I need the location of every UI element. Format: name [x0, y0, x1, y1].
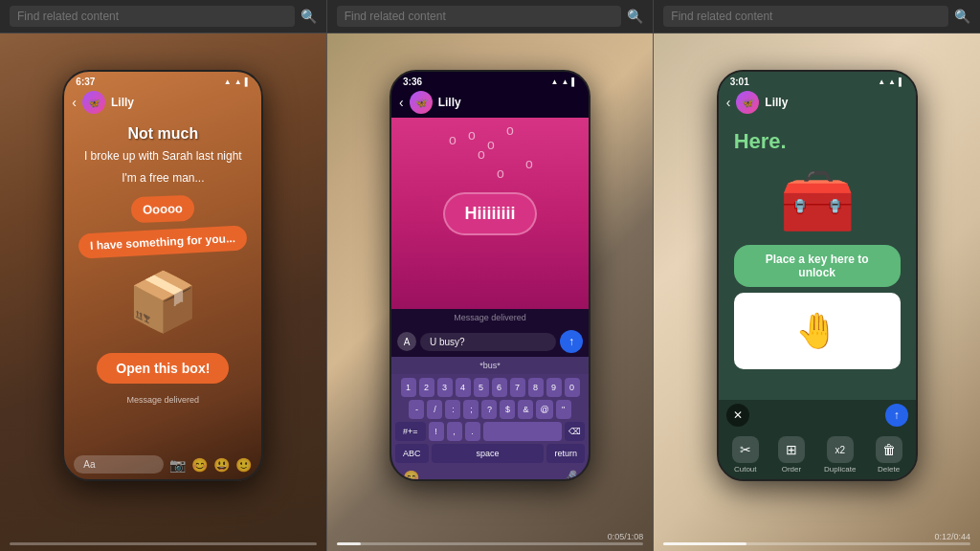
emoji-icon-1[interactable]: 😊 [191, 457, 208, 473]
footer-top-row: ✕ ↑ [719, 400, 916, 430]
avatar-img-2: 🦋 [410, 91, 433, 114]
search-input-2[interactable] [337, 6, 622, 27]
search-button-2[interactable]: 🔍 [627, 9, 643, 24]
key-dollar[interactable]: $ [500, 400, 515, 419]
avatar-img-1: 🦋 [82, 91, 105, 114]
floating-o-3: o [506, 122, 514, 138]
phone-1: 6:37 ▲ ▲ ▌ ‹ 🦋 Lilly Not much I brok [62, 70, 263, 481]
order-icon: ⊞ [778, 436, 805, 463]
send-button-2[interactable]: ↑ [560, 330, 583, 353]
search-button-3[interactable]: 🔍 [954, 9, 970, 24]
panel-1: 6:37 ▲ ▲ ▌ ‹ 🦋 Lilly Not much I brok [0, 33, 327, 551]
key-return[interactable]: return [546, 444, 585, 463]
bubble-ooooo: Ooooo [131, 194, 195, 222]
key-ampersand[interactable]: & [518, 400, 533, 419]
timeline-bar-2[interactable] [337, 542, 644, 545]
hand-card: 🤚 [734, 293, 901, 369]
key-space2[interactable] [483, 422, 562, 441]
delete-icon: 🗑 [876, 436, 902, 463]
key-9[interactable]: 9 [546, 378, 562, 397]
floating-o-6: o [525, 156, 533, 171]
wifi-icon-3: ▲ [888, 77, 896, 86]
back-arrow-1[interactable]: ‹ [72, 95, 77, 110]
key-3[interactable]: 3 [437, 378, 453, 397]
key-8[interactable]: 8 [528, 378, 544, 397]
key-2[interactable]: 2 [419, 378, 434, 397]
action-cutout[interactable]: ✂ Cutout [732, 436, 759, 474]
cutout-icon: ✂ [732, 436, 759, 463]
timeline-bar-3[interactable] [663, 542, 970, 545]
back-arrow-2[interactable]: ‹ [399, 95, 404, 110]
key-1[interactable]: 1 [401, 378, 416, 397]
msg-free-man: I'm a free man... [76, 170, 250, 187]
action-duplicate[interactable]: x2 Duplicate [824, 436, 856, 474]
wifi-icon-2: ▲ [561, 77, 568, 86]
key-quote[interactable]: " [556, 400, 571, 419]
delivered-status-2: Message delivered [391, 309, 589, 326]
delivered-status-1: Message delivered [76, 395, 250, 405]
phone-1-status-bar: 6:37 ▲ ▲ ▌ [64, 72, 261, 89]
phone-3-body: Here. 🧰 Place a key here to unlock 🤚 [719, 118, 916, 383]
chat-input-1[interactable]: Aa [74, 455, 164, 474]
wifi-icon: ▲ [234, 77, 242, 86]
emoji-mic-row: 😊 🎤 [395, 466, 585, 481]
floating-o-2: o [487, 137, 495, 152]
bitmoji-icon-1[interactable]: 🙂 [235, 457, 252, 473]
signal-icon: ▲ [224, 77, 232, 86]
timeline-bar-1[interactable] [10, 542, 317, 545]
key-at[interactable]: @ [536, 400, 552, 419]
close-button[interactable]: ✕ [726, 404, 749, 427]
key-4[interactable]: 4 [456, 378, 471, 397]
key-semicolon[interactable]: ; [463, 400, 479, 419]
phone-3-time: 3:01 [730, 77, 749, 87]
contact-name-2: Lilly [438, 96, 461, 109]
key-0[interactable]: 0 [565, 378, 580, 397]
phone-1-chat-header: ‹ 🦋 Lilly [64, 89, 261, 118]
action-delete[interactable]: 🗑 Delete [876, 436, 902, 474]
search-input-3[interactable] [663, 6, 948, 27]
key-6[interactable]: 6 [492, 378, 507, 397]
battery-icon-3: ▌ [899, 77, 904, 86]
box-emoji: 📦 [76, 268, 250, 336]
key-symbols[interactable]: #+= [395, 422, 426, 441]
timeline-progress-3 [663, 542, 746, 545]
msg-not-much: Not much [76, 125, 250, 143]
search-input-1[interactable] [10, 6, 295, 27]
keyboard-row-3: #+= ! , . ⌫ [395, 422, 585, 441]
key-backspace[interactable]: ⌫ [565, 422, 585, 441]
back-arrow-3[interactable]: ‹ [726, 95, 731, 110]
signal-icon-3: ▲ [878, 77, 885, 86]
format-icon[interactable]: A [397, 332, 416, 351]
phone-2-input-area: A U busy? ↑ [391, 326, 589, 357]
battery-icon-2: ▌ [571, 77, 577, 86]
phone-2-chat-header: ‹ 🦋 Lilly [391, 89, 589, 118]
panel-3: 3:01 ▲ ▲ ▌ ‹ 🦋 Lilly Here. 🧰 Place a k [654, 33, 980, 551]
sticker-icon-1[interactable]: 😃 [213, 457, 230, 473]
send-button-3[interactable]: ↑ [885, 404, 908, 427]
phone-3-status-bar: 3:01 ▲ ▲ ▌ [719, 72, 916, 89]
key-exclaim[interactable]: ! [429, 422, 444, 441]
key-comma[interactable]: , [447, 422, 462, 441]
panels-container: 6:37 ▲ ▲ ▌ ‹ 🦋 Lilly Not much I brok [0, 33, 980, 551]
battery-icon: ▌ [245, 77, 251, 86]
unlock-bubble: Place a key here to unlock [734, 245, 901, 287]
key-7[interactable]: 7 [510, 378, 525, 397]
key-dash[interactable]: - [409, 400, 424, 419]
duplicate-icon: x2 [827, 436, 854, 463]
open-box-button[interactable]: Open this box! [97, 353, 229, 384]
key-colon[interactable]: : [445, 400, 460, 419]
phone-1-body: Not much I broke up with Sarah last nigh… [64, 118, 261, 412]
key-slash[interactable]: / [427, 400, 442, 419]
key-space[interactable]: space [432, 444, 545, 463]
key-5[interactable]: 5 [474, 378, 489, 397]
bubble-something: I have something for you... [78, 225, 248, 258]
key-period[interactable]: . [465, 422, 480, 441]
chat-input-2[interactable]: U busy? [420, 333, 556, 351]
search-button-1[interactable]: 🔍 [301, 9, 317, 24]
timeline-progress-2 [337, 542, 362, 545]
action-order[interactable]: ⊞ Order [778, 436, 805, 474]
key-abc[interactable]: ABC [395, 444, 429, 463]
key-question[interactable]: ? [481, 400, 497, 419]
keyboard-row-1: 1 2 3 4 5 6 7 8 9 0 [395, 378, 585, 397]
camera-icon-1[interactable]: 📷 [169, 457, 186, 473]
